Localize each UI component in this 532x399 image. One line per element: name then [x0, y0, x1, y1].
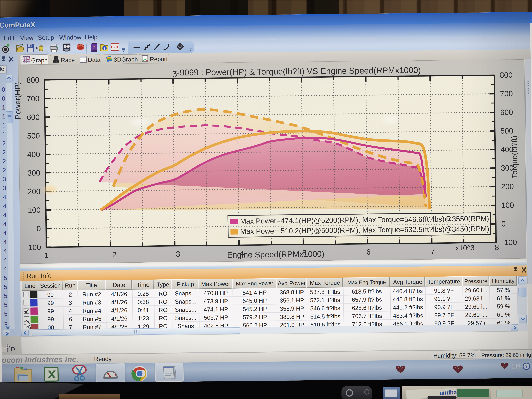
svg-text:?: ?: [525, 364, 527, 369]
svg-text:800: 800: [500, 71, 513, 79]
svg-text:6: 6: [366, 248, 371, 256]
svg-text:7: 7: [431, 247, 435, 256]
svg-text:700: 700: [27, 94, 39, 103]
svg-text:800: 800: [26, 76, 39, 84]
svg-text:300: 300: [27, 169, 40, 177]
svg-text:?: ?: [93, 44, 95, 50]
svg-text:Torque(lb?ft): Torque(lb?ft): [510, 135, 519, 178]
svg-text:3: 3: [176, 250, 180, 258]
svg-text:2: 2: [112, 250, 116, 259]
svg-text:Engine Speed(RPMx1000): Engine Speed(RPMx1000): [227, 249, 324, 260]
svg-text:-100: -100: [501, 238, 517, 247]
svg-text:600: 600: [500, 108, 513, 116]
svg-text:500: 500: [27, 131, 40, 140]
svg-text:8: 8: [495, 243, 499, 252]
svg-text:500: 500: [500, 127, 513, 135]
svg-text:600: 600: [27, 113, 40, 121]
svg-text:100: 100: [501, 201, 514, 209]
svg-text:0: 0: [37, 224, 41, 233]
svg-text:200: 200: [28, 187, 40, 196]
svg-text:-100: -100: [25, 243, 41, 252]
svg-text:x10^3: x10^3: [455, 244, 475, 252]
svg-text:100: 100: [28, 206, 41, 214]
svg-text:1: 1: [44, 251, 49, 260]
svg-text:200: 200: [501, 182, 514, 191]
svg-text:i: i: [104, 46, 105, 51]
svg-text:700: 700: [500, 89, 513, 98]
svg-text:400: 400: [27, 150, 40, 159]
svg-text:EXIT: EXIT: [111, 45, 119, 49]
svg-text:0: 0: [501, 219, 506, 228]
